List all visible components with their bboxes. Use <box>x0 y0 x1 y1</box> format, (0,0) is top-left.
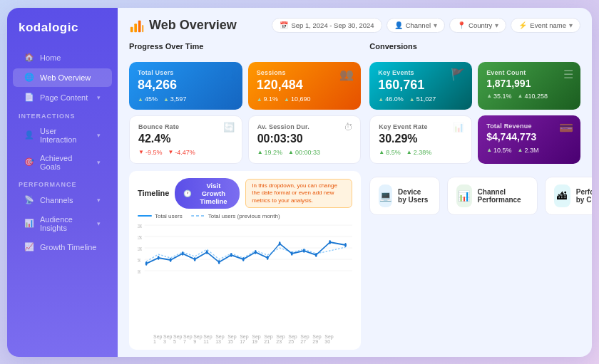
channel-filter[interactable]: 👤 Channel ▾ <box>386 18 445 33</box>
channel-performance-label: Channel Performance <box>478 188 528 204</box>
x-label: Sep 7 <box>183 334 193 344</box>
channel-filter-label: Channel <box>406 21 431 29</box>
x-label: Sep 15 <box>227 334 240 344</box>
sidebar-item-channels[interactable]: 📡 Channels ▾ <box>13 191 112 209</box>
legend-total-users: Total users <box>138 213 183 219</box>
left-panel: Progress Over Time 👤 Total Users 84,266 … <box>129 42 361 350</box>
main-content: Web Overview 📅 Sep 1, 2024 - Sep 30, 202… <box>118 8 592 357</box>
performance-city-card[interactable]: 🏙 Performance by City <box>545 177 592 215</box>
svg-text:20K: 20K <box>138 224 142 229</box>
event-count-value: 1,871,991 <box>486 78 572 89</box>
country-filter-label: Country <box>469 21 492 29</box>
x-label: Sep 25 <box>288 334 300 344</box>
date-filter[interactable]: 📅 Sep 1, 2024 - Sep 30, 2024 <box>272 18 382 33</box>
sidebar-item-growth-timeline[interactable]: 📈 Growth Timeline <box>13 238 112 256</box>
avg-session-label: Av. Session Dur. <box>257 123 352 130</box>
chevron-down-icon: ▾ <box>495 21 498 29</box>
x-label: Sep 19 <box>252 334 264 344</box>
sessions-sub-1: ▲ 9.1% <box>257 95 278 103</box>
conversions-metrics-grid: 🚩 Key Events 160,761 ▲ 46.0% ▲ 51,027 <box>369 62 580 164</box>
event-filter[interactable]: ⚡ Event name ▾ <box>511 18 580 33</box>
key-event-rate-pct: 8.5% <box>386 149 401 156</box>
svg-point-29 <box>329 240 331 244</box>
svg-point-22 <box>242 257 245 261</box>
page-content-icon: 📄 <box>24 93 34 103</box>
timeline-tooltip: In this dropdown, you can change the dat… <box>245 179 352 208</box>
chevron-down-icon: ▾ <box>569 21 573 29</box>
key-events-pct: 46.0% <box>385 95 404 103</box>
chevron-down-icon: ▾ <box>97 94 101 101</box>
chevron-down-icon: ▾ <box>97 197 101 204</box>
svg-point-30 <box>344 243 347 247</box>
header: Web Overview 📅 Sep 1, 2024 - Sep 30, 202… <box>129 18 580 33</box>
total-revenue-pct: 10.5% <box>493 147 512 154</box>
arrow-up-icon: ▲ <box>138 96 143 103</box>
web-overview-icon: 🌐 <box>24 73 34 83</box>
key-event-rate-sub-2: ▲ 2.38% <box>406 149 431 156</box>
sidebar-item-achieved-goals[interactable]: 🎯 Achieved Goals ▾ <box>13 150 112 175</box>
svg-point-20 <box>218 260 220 264</box>
svg-rect-2 <box>138 20 141 31</box>
chevron-down-icon: ▾ <box>97 159 101 166</box>
date-filter-label: Sep 1, 2024 - Sep 30, 2024 <box>291 21 374 29</box>
total-users-card: 👤 Total Users 84,266 ▲ 45% ▲ 3,597 <box>129 62 242 110</box>
arrow-up-icon: ▲ <box>409 96 415 103</box>
user-interaction-icon: 👤 <box>24 130 34 140</box>
timeline-title: Timeline <box>138 189 169 197</box>
key-event-rate-abs: 2.38% <box>414 149 432 156</box>
legend-label-2: Total users (previous month) <box>208 213 280 219</box>
city-icon: 🏙 <box>557 190 567 202</box>
sidebar-item-home[interactable]: 🏠 Home <box>13 48 112 67</box>
avg-session-value: 00:03:30 <box>257 132 352 145</box>
svg-point-21 <box>230 253 232 257</box>
svg-point-16 <box>170 258 172 262</box>
performance-city-label: Performance by City <box>576 188 592 204</box>
audience-insights-icon: 📊 <box>24 219 34 229</box>
arrow-up-icon: ▲ <box>518 93 523 99</box>
key-events-label: Key Events <box>378 69 464 76</box>
sidebar-item-label: Home <box>40 53 61 62</box>
x-label: Sep 27 <box>300 334 312 344</box>
svg-point-14 <box>145 261 148 266</box>
x-label: Sep 30 <box>324 334 337 344</box>
event-count-sub: ▲ 35.1% ▲ 410,258 <box>486 93 572 100</box>
country-filter[interactable]: 📍 Country ▾ <box>449 18 506 33</box>
x-label: Sep 11 <box>203 334 215 344</box>
event-count-sub-1: ▲ 35.1% <box>486 93 511 100</box>
sidebar-item-label: User Interaction <box>40 127 91 144</box>
sidebar-item-audience-insights[interactable]: 📊 Audience Insights ▾ <box>13 211 112 236</box>
chevron-down-icon: ▾ <box>97 220 101 227</box>
visit-growth-timeline-button[interactable]: 🕐 Visit Growth Timeline <box>175 178 240 209</box>
arrow-up-icon: ▲ <box>486 93 492 99</box>
svg-point-17 <box>182 251 184 256</box>
event-icon: ⚡ <box>518 21 527 29</box>
sidebar-item-user-interaction[interactable]: 👤 User Interaction ▾ <box>13 123 112 148</box>
total-users-label: Total Users <box>138 69 234 76</box>
arrow-down-icon: ▼ <box>138 149 144 155</box>
timeline-chart: 20K 15K 10K 5K 0K <box>138 222 352 279</box>
location-icon: 📍 <box>457 21 466 29</box>
x-label: Sep 21 <box>264 334 276 344</box>
arrow-up-icon: ▲ <box>406 149 412 155</box>
bounce-rate-sub-1: ▼ -9.5% <box>138 149 162 156</box>
sidebar-item-label: Audience Insights <box>40 215 91 232</box>
arrow-up-icon: ▲ <box>518 147 523 153</box>
channel-performance-card[interactable]: 📊 Channel Performance <box>447 177 538 215</box>
sidebar-item-web-overview[interactable]: 🌐 Web Overview <box>13 68 112 87</box>
total-users-value: 84,266 <box>138 78 234 93</box>
device-users-label: Device by Users <box>398 188 430 204</box>
svg-text:5K: 5K <box>138 258 140 264</box>
svg-point-27 <box>303 249 305 253</box>
x-label: Sep 3 <box>163 334 173 344</box>
sessions-sub-2: ▲ 10,690 <box>284 95 310 103</box>
key-events-sub: ▲ 46.0% ▲ 51,027 <box>378 95 464 103</box>
calendar-icon: 📅 <box>280 21 288 29</box>
sessions-sub: ▲ 9.1% ▲ 10,690 <box>257 95 353 103</box>
bar-chart-icon: 📊 <box>458 190 470 202</box>
sidebar-section-interactions: Interactions <box>7 108 118 122</box>
city-icon-container: 🏙 <box>554 184 570 207</box>
total-revenue-card: 💳 Total Revenue $4,744,773 ▲ 10.5% ▲ 2.3… <box>478 115 580 164</box>
sidebar-item-page-content[interactable]: 📄 Page Content ▾ <box>13 88 112 107</box>
device-users-card[interactable]: 💻 Device by Users <box>369 177 439 215</box>
bounce-rate-card: 🔄 Bounce Rate 42.4% ▼ -9.5% ▼ -4.47% <box>129 115 242 164</box>
